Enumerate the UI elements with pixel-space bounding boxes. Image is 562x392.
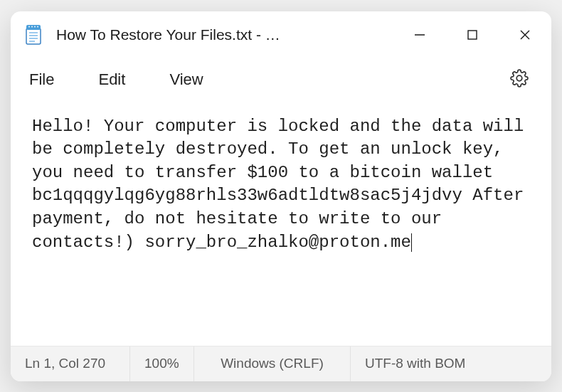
status-position[interactable]: Ln 1, Col 270 xyxy=(11,346,130,381)
menu-file[interactable]: File xyxy=(29,70,54,89)
minimize-button[interactable] xyxy=(393,11,446,58)
svg-rect-1 xyxy=(26,25,41,30)
text-caret xyxy=(411,233,412,252)
svg-point-9 xyxy=(37,26,38,27)
titlebar: How To Restore Your Files.txt - … xyxy=(11,11,551,58)
text-area[interactable]: Hello! Your computer is locked and the d… xyxy=(11,101,551,346)
window-controls xyxy=(393,11,551,58)
settings-button[interactable] xyxy=(506,65,533,95)
menubar: File Edit View xyxy=(11,58,551,101)
menu-view[interactable]: View xyxy=(169,70,203,89)
window-title: How To Restore Your Files.txt - … xyxy=(56,26,393,43)
statusbar: Ln 1, Col 270 100% Windows (CRLF) UTF-8 … xyxy=(11,346,551,381)
svg-point-6 xyxy=(28,26,30,27)
status-encoding[interactable]: UTF-8 with BOM xyxy=(351,346,551,381)
gear-icon xyxy=(510,69,529,88)
maximize-button[interactable] xyxy=(446,11,499,58)
status-zoom[interactable]: 100% xyxy=(130,346,194,381)
close-button[interactable] xyxy=(499,11,551,58)
status-line-ending[interactable]: Windows (CRLF) xyxy=(194,346,351,381)
notepad-window: How To Restore Your Files.txt - … File E… xyxy=(11,11,551,381)
svg-point-8 xyxy=(34,26,36,27)
notepad-icon xyxy=(25,25,42,45)
menu-edit[interactable]: Edit xyxy=(98,70,125,89)
svg-point-7 xyxy=(31,26,33,27)
svg-rect-11 xyxy=(468,31,477,39)
document-text: Hello! Your computer is locked and the d… xyxy=(32,117,534,252)
